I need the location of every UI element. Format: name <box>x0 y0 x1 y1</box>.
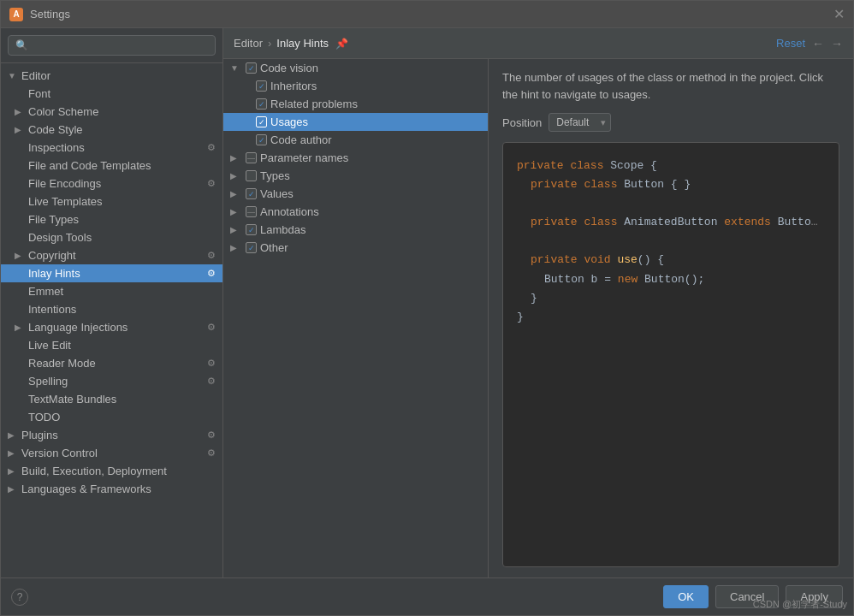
file-types-label: File Types <box>28 213 79 226</box>
check-code-author[interactable]: ✓ <box>256 134 267 145</box>
forward-button[interactable]: → <box>831 37 843 50</box>
sidebar-item-reader-mode[interactable]: Reader Mode ⚙ <box>1 354 222 372</box>
check-inheritors[interactable]: ✓ <box>256 80 267 92</box>
reset-nav: Reset ← → <box>776 37 843 50</box>
pin-icon[interactable]: 📌 <box>335 38 348 50</box>
values-label: Values <box>260 187 294 200</box>
sidebar-item-live-templates[interactable]: Live Templates <box>1 192 222 210</box>
gear-icon-lang-inject: ⚙ <box>207 322 216 333</box>
parameter-names-label: Parameter names <box>260 151 348 164</box>
code-line-4: private class AnimatedButton extends But… <box>517 213 825 232</box>
hint-item-code-vision[interactable]: ▼ ✓ Code vision <box>223 59 488 77</box>
inheritors-label: Inheritors <box>270 80 317 92</box>
sidebar-item-language-injections[interactable]: ▶ Language Injections ⚙ <box>1 318 222 336</box>
hint-item-code-author[interactable]: ✓ Code author <box>223 131 488 149</box>
code-line-3 <box>517 194 825 213</box>
check-values[interactable]: ✓ <box>246 188 257 199</box>
help-icon-label: ? <box>17 591 23 603</box>
related-problems-label: Related problems <box>270 98 358 110</box>
cancel-button[interactable]: Cancel <box>715 585 779 608</box>
sidebar-item-intentions[interactable]: Intentions <box>1 300 222 318</box>
sidebar-item-emmet[interactable]: Emmet <box>1 282 222 300</box>
search-input[interactable] <box>8 35 216 56</box>
types-label: Types <box>260 169 290 182</box>
reader-mode-label: Reader Mode <box>28 357 96 370</box>
textmate-label: TextMate Bundles <box>28 393 116 406</box>
sidebar-section-languages[interactable]: ▶ Languages & Frameworks <box>1 480 222 498</box>
gear-icon-copyright: ⚙ <box>207 250 216 261</box>
gear-icon-encodings: ⚙ <box>207 178 216 189</box>
sidebar-section-build[interactable]: ▶ Build, Execution, Deployment <box>1 462 222 480</box>
sidebar-item-textmate[interactable]: TextMate Bundles <box>1 390 222 408</box>
hint-item-annotations[interactable]: ▶ — Annotations <box>223 203 488 221</box>
sidebar-item-color-scheme[interactable]: ▶ Color Scheme <box>1 103 222 121</box>
ok-button[interactable]: OK <box>663 585 709 608</box>
sidebar-item-todo[interactable]: TODO <box>1 408 222 426</box>
sidebar-section-plugins[interactable]: ▶ Plugins ⚙ <box>1 426 222 444</box>
code-style-label: Code Style <box>28 123 83 136</box>
apply-button[interactable]: Apply <box>786 585 843 608</box>
check-code-vision[interactable]: ✓ <box>246 62 257 74</box>
code-author-label: Code author <box>270 133 332 146</box>
file-code-templates-label: File and Code Templates <box>28 159 151 172</box>
hint-item-other[interactable]: ▶ ✓ Other <box>223 239 488 257</box>
sidebar-item-inspections[interactable]: Inspections ⚙ <box>1 139 222 157</box>
sidebar-item-font[interactable]: Font <box>1 85 222 103</box>
copyright-label: Copyright <box>28 249 76 262</box>
hint-item-related-problems[interactable]: ✓ Related problems <box>223 95 488 113</box>
annotations-label: Annotations <box>260 205 319 218</box>
check-other[interactable]: ✓ <box>246 242 257 253</box>
hint-item-parameter-names[interactable]: ▶ — Parameter names <box>223 149 488 167</box>
sidebar-item-copyright[interactable]: ▶ Copyright ⚙ <box>1 246 222 264</box>
sidebar-item-live-edit[interactable]: Live Edit <box>1 336 222 354</box>
breadcrumb-parent[interactable]: Editor <box>234 37 263 50</box>
gear-icon-inlay-hints: ⚙ <box>207 268 216 279</box>
hint-item-inheritors[interactable]: ✓ Inheritors <box>223 77 488 95</box>
sidebar-item-code-style[interactable]: ▶ Code Style <box>1 121 222 139</box>
settings-window: A Settings ✕ ▼ Editor Font <box>0 0 854 616</box>
check-related-problems[interactable]: ✓ <box>256 98 267 110</box>
hint-item-usages[interactable]: ✓ Usages <box>223 113 488 131</box>
help-button[interactable]: ? <box>11 589 28 606</box>
sidebar-item-file-code-templates[interactable]: File and Code Templates <box>1 157 222 175</box>
position-select[interactable]: Default Inline Above Below <box>549 113 611 132</box>
close-button[interactable]: ✕ <box>833 8 845 21</box>
check-types[interactable] <box>246 170 257 181</box>
todo-label: TODO <box>28 411 60 424</box>
gear-icon-plugins: ⚙ <box>207 429 216 441</box>
spelling-label: Spelling <box>28 375 68 388</box>
check-parameter-names[interactable]: — <box>246 152 257 163</box>
content-area: ▼ ✓ Code vision ✓ Inheritors ✓ Relat <box>223 59 853 578</box>
color-scheme-label: Color Scheme <box>28 105 98 118</box>
reset-button[interactable]: Reset <box>776 37 805 50</box>
search-box <box>1 28 222 63</box>
code-line-2: private class Button { } <box>517 175 825 194</box>
inlay-hints-label: Inlay Hints <box>28 267 80 280</box>
other-label: Other <box>260 241 288 254</box>
sidebar-item-design-tools[interactable]: Design Tools <box>1 228 222 246</box>
detail-description: The number of usages of the class or met… <box>489 59 853 110</box>
gear-icon-reader-mode: ⚙ <box>207 358 216 369</box>
live-edit-label: Live Edit <box>28 339 71 352</box>
position-row: Position Default Inline Above Below <box>489 110 853 142</box>
sidebar-item-file-encodings[interactable]: File Encodings ⚙ <box>1 175 222 192</box>
design-tools-label: Design Tools <box>28 231 92 244</box>
sidebar-item-file-types[interactable]: File Types <box>1 210 222 228</box>
code-line-5 <box>517 232 825 251</box>
sidebar-tree: ▼ Editor Font ▶ Color Scheme ▶ Code Styl… <box>1 63 222 578</box>
check-usages[interactable]: ✓ <box>256 116 267 127</box>
languages-label: Languages & Frameworks <box>21 483 151 495</box>
hint-item-types[interactable]: ▶ Types <box>223 167 488 185</box>
back-button[interactable]: ← <box>812 37 824 50</box>
check-lambdas[interactable]: ✓ <box>246 224 257 235</box>
right-panel: Editor › Inlay Hints 📌 Reset ← → ▼ ✓ <box>223 28 853 578</box>
sidebar-section-version-control[interactable]: ▶ Version Control ⚙ <box>1 444 222 462</box>
breadcrumb-bar: Editor › Inlay Hints 📌 Reset ← → <box>223 28 853 59</box>
editor-arrow: ▼ <box>8 71 18 80</box>
sidebar-item-spelling[interactable]: Spelling ⚙ <box>1 372 222 390</box>
hint-item-lambdas[interactable]: ▶ ✓ Lambdas <box>223 221 488 239</box>
hint-item-values[interactable]: ▶ ✓ Values <box>223 185 488 203</box>
check-annotations[interactable]: — <box>246 206 257 217</box>
code-line-8: } <box>517 289 825 308</box>
sidebar-item-inlay-hints[interactable]: Inlay Hints ⚙ <box>1 264 222 282</box>
